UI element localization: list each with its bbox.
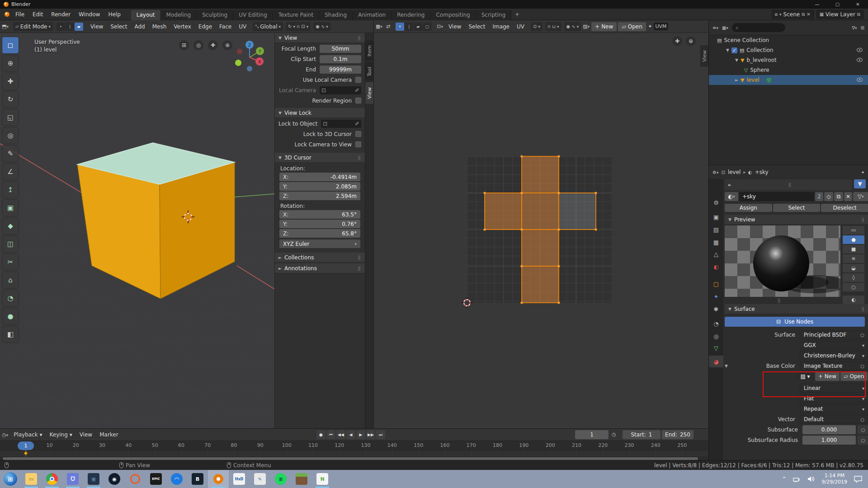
christensen-burley-field[interactable]: Christensen-Burley▾ xyxy=(800,351,868,360)
viewport-menu-mesh[interactable]: Mesh xyxy=(149,23,170,30)
mesh-filter-icon[interactable]: ▽▾ xyxy=(853,192,868,201)
current-frame-field[interactable]: 1 xyxy=(575,430,609,439)
use-local-camera-checkbox[interactable] xyxy=(355,77,361,83)
outliner-view-icon[interactable]: ▦▾ xyxy=(722,25,728,30)
image-browse-icon[interactable]: ▨▾ xyxy=(581,23,591,29)
network-icon[interactable] xyxy=(793,476,801,482)
disclosure-triangle-icon[interactable]: ▼ xyxy=(735,58,738,62)
snap-magnet-icon[interactable]: ∩ xyxy=(297,24,300,29)
properties-tab-object-data[interactable]: ▽ xyxy=(709,342,723,354)
timeline-menu-view[interactable]: View xyxy=(76,432,96,438)
taskbar-item-discord[interactable]: ᗜ xyxy=(62,470,83,488)
subsurface-radius-slider[interactable]: 1.000 xyxy=(802,436,856,445)
properties-tab-tool[interactable]: ⚙ xyxy=(709,197,723,208)
workspace-tab-texture-paint[interactable]: Texture Paint xyxy=(273,10,319,20)
uv-face-select-button[interactable]: ▰ xyxy=(414,23,422,31)
material-specials-button[interactable]: ▼ xyxy=(854,179,866,188)
workspace-tab-compositing[interactable]: Compositing xyxy=(430,10,476,20)
play-button[interactable]: ▶ xyxy=(356,430,365,439)
new-image-button[interactable]: + New xyxy=(815,372,840,381)
cursor-section-header[interactable]: ▼ 3D Cursor ⣿ xyxy=(275,153,365,163)
tool-smooth[interactable]: ● xyxy=(2,308,19,325)
properties-tab-physics[interactable]: ◔ xyxy=(709,318,723,329)
uv-pivot-selector[interactable]: ⊙▾ xyxy=(531,22,542,31)
tool-extrude-region[interactable]: ↥ xyxy=(2,181,19,198)
properties-tab-constraints[interactable]: ◎ xyxy=(709,330,723,342)
select-button[interactable]: Select xyxy=(773,204,821,212)
taskbar-item-paint-net[interactable]: ✎ xyxy=(250,470,270,488)
base-color-field[interactable]: Image Texture○ xyxy=(800,361,868,371)
hidden-icons-chevron[interactable]: ⌃ xyxy=(782,476,787,482)
view-section-header[interactable]: ▼ View ⣿ xyxy=(275,33,365,43)
unlink-material-icon[interactable]: ✕ xyxy=(844,192,852,201)
viewport-menu-edge[interactable]: Edge xyxy=(195,23,216,30)
lock-camera-checkbox[interactable] xyxy=(355,141,361,147)
workspace-tab-modeling[interactable]: Modeling xyxy=(161,10,197,20)
timeline-menu-marker[interactable]: Marker xyxy=(96,432,122,438)
taskbar-item-notepad-plus-plus[interactable]: N xyxy=(312,470,333,488)
properties-tab-output[interactable]: ▤ xyxy=(709,224,723,235)
end-field[interactable]: 99999m xyxy=(320,66,361,74)
timeline-ruler[interactable]: 1102030405060708090100110120130140150160… xyxy=(0,441,708,450)
taskbar-item-chrome[interactable] xyxy=(42,470,62,488)
tool-cursor[interactable]: ⊕ xyxy=(2,55,19,72)
properties-tab-render[interactable]: ▣ xyxy=(709,211,723,223)
scene-selector[interactable]: ⧈▾ Scene ⧉ ✕ xyxy=(772,10,814,19)
taskbar-item-steam[interactable]: ◉ xyxy=(104,470,125,488)
volume-icon[interactable] xyxy=(807,476,816,482)
menu-file[interactable]: File xyxy=(11,11,28,18)
local-camera-field[interactable]: ⊡✐ xyxy=(320,86,361,94)
outliner-row-sphere[interactable]: ▽Sphere xyxy=(709,65,868,75)
taskbar-item-flashpoint[interactable]: ▣ xyxy=(83,470,104,488)
falloff-curve-icon[interactable]: ∿ xyxy=(571,24,575,29)
pan-hand-icon[interactable]: ✚ xyxy=(208,40,218,50)
preview-type-cloth-button[interactable]: ◊ xyxy=(842,273,865,282)
ggx-field[interactable]: GGX▾ xyxy=(800,341,868,350)
outliner-search-input[interactable]: ⌕ xyxy=(732,23,785,32)
cursor-rotation-x[interactable]: X:63.5° xyxy=(279,210,360,219)
sticky-selection-icon[interactable]: ⊡▾ xyxy=(435,23,445,29)
viewport-menu-add[interactable]: Add xyxy=(131,23,148,30)
properties-editor-icon[interactable]: ⚙▾ xyxy=(712,170,719,175)
disclosure-triangle-icon[interactable]: ▼ xyxy=(726,48,729,52)
viewport-menu-face[interactable]: Face xyxy=(216,23,235,30)
taskbar-item-hxd[interactable]: HxD xyxy=(229,470,250,488)
taskbar-item-epic-games[interactable]: EPIC xyxy=(146,470,166,488)
tool-bevel[interactable]: ◆ xyxy=(2,217,19,235)
playhead[interactable]: 1 xyxy=(18,441,34,450)
new-view-layer-icon[interactable]: ⧉ xyxy=(857,12,860,17)
delete-scene-icon[interactable]: ✕ xyxy=(807,12,810,17)
record-button[interactable]: ● xyxy=(316,430,326,439)
properties-tab-view-layer[interactable]: ▦ xyxy=(709,236,723,248)
subsurface-slider[interactable]: 0.000 xyxy=(802,425,856,434)
workspace-tab-sculpting[interactable]: Sculpting xyxy=(197,10,233,20)
add-workspace-button[interactable]: + xyxy=(511,9,523,19)
viewport-3d[interactable]: ⬒▾ ▱ Edit Mode ▾ • ∣ ▰ ViewSelectAddMesh… xyxy=(0,20,373,428)
tool-rotate[interactable]: ↻ xyxy=(2,91,19,108)
snap-magnet-icon[interactable]: ∩ xyxy=(547,24,551,29)
tool-transform[interactable]: ◎ xyxy=(2,127,19,144)
perspective-toggle-icon[interactable]: ⊞ xyxy=(179,40,189,50)
workspace-tab-shading[interactable]: Shading xyxy=(319,10,353,20)
annotations-section-header[interactable]: ► Annotations ⣿ xyxy=(275,263,365,273)
jump-end-button[interactable]: ⏭ xyxy=(376,430,385,439)
surface-section-header[interactable]: ▼ Surface ⣿ xyxy=(725,304,868,314)
n-panel-tab-tool[interactable]: Tool xyxy=(365,62,374,80)
lock-3d-cursor-checkbox[interactable] xyxy=(355,131,361,137)
view-lock-section-header[interactable]: ▼ View Lock xyxy=(275,108,365,118)
edge-select-button[interactable]: ∣ xyxy=(66,23,74,31)
jump-start-button[interactable]: ⏮ xyxy=(326,430,335,439)
uv-edge-select-button[interactable]: ∣ xyxy=(405,23,413,31)
preview-world-button[interactable]: ◐ xyxy=(842,295,865,305)
uv-canvas[interactable] xyxy=(374,33,709,428)
taskbar-item-origin[interactable] xyxy=(125,470,146,488)
material-name-field[interactable]: +sky xyxy=(739,192,814,201)
fake-user-shield-icon[interactable]: ◇ xyxy=(824,192,833,201)
workspace-tab-uv-editing[interactable]: UV Editing xyxy=(233,10,273,20)
tool-inset-faces[interactable]: ▣ xyxy=(2,199,19,216)
flat-field[interactable]: Flat▾ xyxy=(800,394,868,403)
breadcrumb-material[interactable]: +sky xyxy=(755,169,769,175)
workspace-tab-scripting[interactable]: Scripting xyxy=(476,10,511,20)
timeline-menu-keying[interactable]: Keying ▾ xyxy=(46,432,76,438)
cursor-rotation-y[interactable]: Y:0.76° xyxy=(279,220,360,228)
